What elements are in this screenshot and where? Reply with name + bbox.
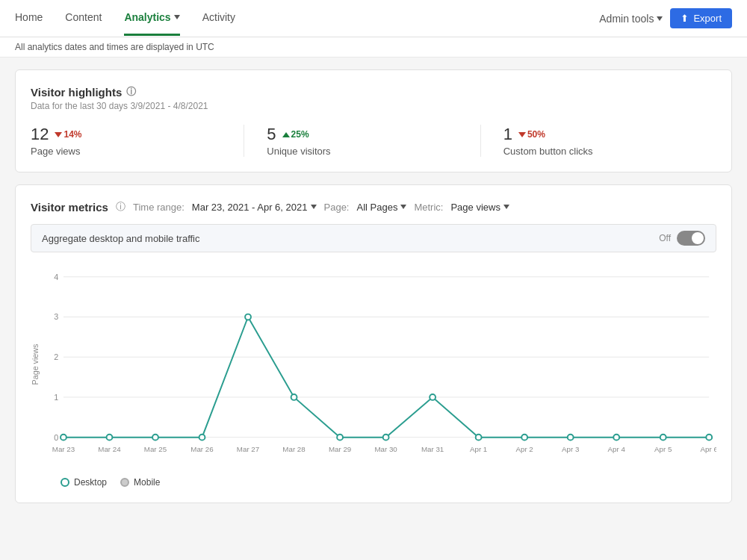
unique-visitors-value: 5 25% [267,125,457,144]
nav-left: Home Content Analytics Activity [15,1,235,36]
highlight-page-views: 12 14% Page views [31,125,244,157]
data-point-0 [61,435,66,441]
page-filter[interactable]: All Pages [356,202,406,213]
highlights-subtitle: Data for the last 30 days 3/9/2021 - 4/8… [31,101,716,111]
svg-text:Mar 26: Mar 26 [190,445,213,453]
visitor-metrics-card: Visitor metrics ⓘ Time range: Mar 23, 20… [15,184,732,503]
svg-text:Mar 23: Mar 23 [52,445,75,453]
metric-filter[interactable]: Page views [450,202,509,213]
page-filter-arrow [400,205,406,209]
svg-text:Apr 3: Apr 3 [562,445,579,453]
svg-text:Page views: Page views [31,344,40,385]
admin-tools-menu[interactable]: Admin tools [599,13,663,25]
analytics-dropdown-arrow [174,15,180,19]
page-views-value: 12 14% [31,125,221,144]
time-range-label: Time range: [133,202,185,213]
highlights-row: 12 14% Page views 5 25% Unique v [31,125,716,157]
nav-item-home[interactable]: Home [15,1,43,36]
custom-clicks-trend: 50% [518,129,545,140]
highlight-custom-clicks: 1 50% Custom button clicks [480,125,716,157]
svg-text:Mar 29: Mar 29 [329,445,351,453]
svg-text:4: 4 [54,273,58,281]
svg-text:2: 2 [54,352,58,361]
custom-clicks-value: 1 50% [503,125,694,144]
toggle-knob [692,232,704,244]
svg-text:Apr 2: Apr 2 [515,445,533,453]
top-navigation: Home Content Analytics Activity Admin to… [0,0,747,37]
chart-svg: Page views 4 3 2 1 0 [31,260,716,469]
export-button[interactable]: ⬆ Export [670,8,732,28]
trend-up-icon [282,132,290,137]
data-point-3 [199,435,205,441]
chart-container: Page views 4 3 2 1 0 [31,260,716,488]
utc-banner: All analytics dates and times are displa… [0,37,747,57]
metrics-title: Visitor metrics [31,201,108,214]
svg-text:1: 1 [54,393,58,402]
chart-legend: Desktop Mobile [31,477,716,488]
data-point-7 [383,435,389,441]
data-point-14 [706,435,712,441]
unique-visitors-label: Unique visitors [267,146,457,157]
legend-mobile-dot [120,478,129,487]
nav-item-content[interactable]: Content [65,1,102,36]
admin-tools-arrow [657,16,663,21]
page-views-label: Page views [31,146,221,157]
svg-text:Mar 27: Mar 27 [237,445,259,453]
data-point-1 [107,435,113,441]
data-point-9 [476,435,482,441]
time-range-arrow [311,205,317,209]
data-point-13 [660,435,666,441]
nav-item-analytics[interactable]: Analytics [124,1,179,36]
nav-right: Admin tools ⬆ Export [599,8,732,28]
svg-text:Apr 6: Apr 6 [701,445,716,453]
data-point-6 [337,435,343,441]
data-point-2 [152,435,158,441]
metric-filter-arrow [503,205,509,209]
data-point-5 [291,394,297,400]
data-point-4 [245,314,251,320]
page-views-trend: 14% [55,129,81,140]
svg-text:Mar 30: Mar 30 [374,445,397,453]
metric-filter-label: Metric: [414,202,443,213]
data-point-8 [430,394,436,400]
data-point-12 [613,435,619,441]
trend-down-icon-2 [518,132,526,137]
toggle-group: Off [659,231,705,246]
svg-text:Apr 4: Apr 4 [608,445,626,453]
legend-desktop-dot [61,478,69,487]
svg-text:0: 0 [54,433,58,442]
svg-text:Apr 5: Apr 5 [654,445,672,453]
highlights-title: Visitor highlights ⓘ [31,85,716,99]
svg-text:Mar 31: Mar 31 [421,445,444,453]
visitor-highlights-card: Visitor highlights ⓘ Data for the last 3… [15,69,732,172]
svg-text:Mar 25: Mar 25 [144,445,167,453]
aggregate-label: Aggregate desktop and mobile traffic [42,233,200,244]
page-filter-label: Page: [324,202,350,213]
custom-clicks-label: Custom button clicks [503,146,694,157]
aggregate-toggle[interactable] [677,231,705,246]
highlights-help-icon[interactable]: ⓘ [126,85,136,99]
trend-down-icon [55,132,62,137]
svg-text:Apr 1: Apr 1 [470,445,487,453]
metrics-help-icon[interactable]: ⓘ [116,200,125,214]
nav-item-activity[interactable]: Activity [202,1,235,36]
data-point-10 [521,435,527,441]
data-point-11 [568,435,574,441]
svg-text:Mar 24: Mar 24 [98,445,121,453]
legend-mobile: Mobile [120,477,160,488]
svg-text:Mar 28: Mar 28 [282,445,305,453]
main-content: Visitor highlights ⓘ Data for the last 3… [0,57,747,527]
aggregate-row: Aggregate desktop and mobile traffic Off [31,224,716,252]
svg-text:3: 3 [54,312,58,321]
legend-desktop: Desktop [61,477,107,488]
export-icon: ⬆ [681,13,689,24]
toggle-state-label: Off [659,233,671,243]
time-range-filter[interactable]: Mar 23, 2021 - Apr 6, 2021 [192,202,317,213]
metrics-header: Visitor metrics ⓘ Time range: Mar 23, 20… [31,200,716,214]
unique-visitors-trend: 25% [282,129,309,140]
highlight-unique-visitors: 5 25% Unique visitors [244,125,480,157]
